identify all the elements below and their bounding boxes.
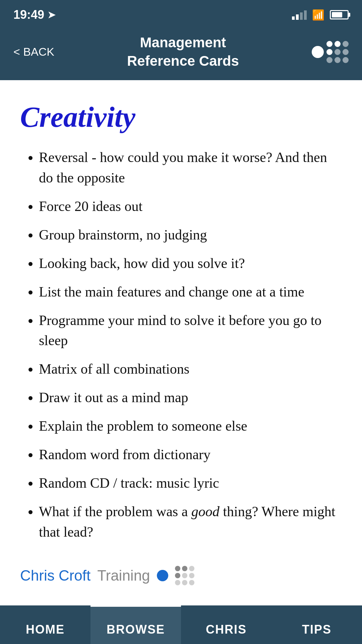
nav-browse-label: BROWSE — [107, 623, 165, 637]
status-icons: 📶 — [292, 9, 349, 21]
list-item: What if the problem was a good thing? Wh… — [39, 501, 342, 542]
list-item: Looking back, how did you solve it? — [39, 253, 342, 274]
list-item: Matrix of all combinations — [39, 359, 342, 379]
bottom-nav: HOME BROWSE CHRIS TIPS — [0, 605, 362, 644]
battery-icon — [330, 10, 349, 19]
time-display: 19:49 — [13, 8, 44, 22]
brand-blue-dot — [157, 570, 168, 581]
nav-chris-label: CHRIS — [206, 623, 247, 637]
logo-dot-3 — [343, 41, 349, 47]
header-title-text: ManagementReference Cards — [127, 35, 239, 69]
brand-dot-6 — [189, 573, 194, 578]
logo-dot-1 — [326, 41, 333, 47]
nav-home[interactable]: HOME — [0, 605, 90, 644]
brand-dot-2 — [182, 566, 187, 571]
brand-dots-grid — [175, 566, 194, 585]
brand-dot-8 — [182, 580, 187, 585]
list-item: List the main features and change one at… — [39, 282, 342, 302]
brand-dot-3 — [189, 566, 194, 571]
list-item: Draw it out as a mind map — [39, 387, 342, 408]
header-logo — [312, 41, 349, 63]
brand-dot-4 — [175, 573, 180, 578]
list-item: Random word from dictionary — [39, 444, 342, 465]
list-item: Random CD / track: music lyric — [39, 473, 342, 493]
brand-name-gray: Training — [97, 567, 150, 584]
status-time: 19:49 ➤ — [13, 8, 55, 22]
brand-name-blue: Chris Croft — [20, 567, 90, 584]
wifi-icon: 📶 — [312, 9, 324, 21]
bullet-list: Reversal - how could you make it worse? … — [20, 147, 342, 542]
nav-browse[interactable]: BROWSE — [90, 605, 181, 644]
signal-icon — [292, 10, 307, 20]
logo-dots-grid — [326, 41, 349, 63]
location-icon: ➤ — [48, 9, 55, 20]
list-item: Reversal - how could you make it worse? … — [39, 147, 342, 188]
logo-big-dot — [312, 46, 324, 58]
logo-dot-5 — [335, 49, 341, 55]
page-title: Creativity — [20, 100, 342, 134]
logo-dot-8 — [335, 57, 341, 63]
header-title: ManagementReference Cards — [54, 34, 312, 70]
back-button[interactable]: < BACK — [13, 45, 54, 58]
logo-dot-9 — [343, 57, 349, 63]
nav-tips-label: TIPS — [302, 623, 331, 637]
logo-dot-6 — [343, 49, 349, 55]
main-content: Creativity Reversal - how could you make… — [0, 80, 362, 605]
brand-dot-7 — [175, 580, 180, 585]
list-item: Group brainstorm, no judging — [39, 225, 342, 245]
nav-chris[interactable]: CHRIS — [181, 605, 272, 644]
brand-dot-9 — [189, 580, 194, 585]
brand-footer: Chris Croft Training — [20, 559, 342, 592]
logo-dot-2 — [335, 41, 341, 47]
nav-tips[interactable]: TIPS — [272, 605, 362, 644]
app-header: < BACK ManagementReference Cards — [0, 27, 362, 80]
list-item: Explain the problem to someone else — [39, 416, 342, 436]
logo-dot-7 — [326, 57, 333, 63]
logo-dot-4 — [326, 49, 333, 55]
brand-dot-5 — [182, 573, 187, 578]
list-item: Programme your mind to solve it before y… — [39, 310, 342, 351]
brand-dot-1 — [175, 566, 180, 571]
list-item: Force 20 ideas out — [39, 196, 342, 217]
status-bar: 19:49 ➤ 📶 — [0, 0, 362, 27]
nav-home-label: HOME — [26, 623, 65, 637]
